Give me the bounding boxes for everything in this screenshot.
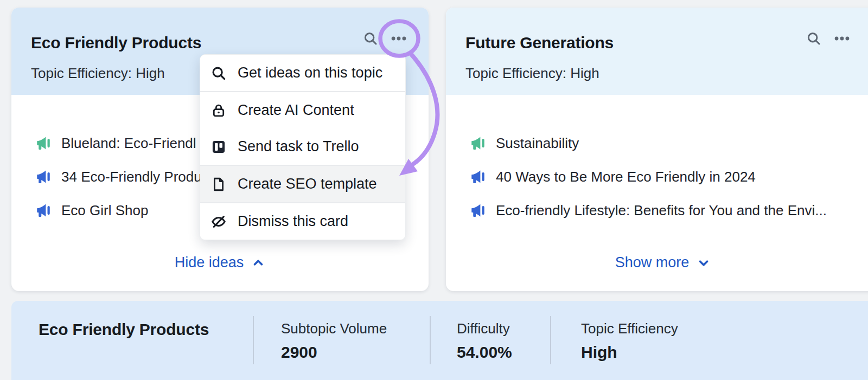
headline-list: Sustainability 40 Ways to Be More Eco Fr… xyxy=(470,126,868,227)
lock-icon xyxy=(210,103,227,118)
card-title: Eco Friendly Products xyxy=(31,33,409,53)
chevron-up-icon xyxy=(251,256,265,270)
card-actions xyxy=(803,28,853,50)
menu-item-dismiss-card[interactable]: Dismiss this card xyxy=(200,203,405,240)
card-actions-menu: Get ideas on this topic Create AI Conten… xyxy=(200,54,406,240)
footer-link-label: Show more xyxy=(615,254,690,271)
menu-item-label: Get ideas on this topic xyxy=(238,65,382,81)
headline-text: Sustainability xyxy=(496,135,579,152)
search-icon xyxy=(362,30,379,48)
card-search-button[interactable] xyxy=(360,28,381,50)
topic-efficiency-label: Topic Efficiency: High xyxy=(465,64,860,82)
card-more-options-button[interactable] xyxy=(388,28,410,50)
card-title: Future Generations xyxy=(465,33,860,53)
headline-text: Eco-friendly Lifestyle: Benefits for You… xyxy=(496,202,827,219)
list-item[interactable]: Eco-friendly Lifestyle: Benefits for You… xyxy=(470,194,868,227)
search-icon xyxy=(210,65,227,81)
footer-link-label: Hide ideas xyxy=(175,254,244,271)
ellipsis-icon xyxy=(390,29,408,49)
card-search-button[interactable] xyxy=(803,28,825,50)
headline-text: Eco Girl Shop xyxy=(61,202,148,219)
menu-item-label: Send task to Trello xyxy=(238,138,359,155)
topic-research-page: Eco Friendly Products Topic Efficiency: … xyxy=(0,0,868,380)
headline-text: Blueland: Eco-Friendl xyxy=(61,135,196,152)
stat-label: Topic Efficiency xyxy=(581,320,678,337)
stat-label: Difficulty xyxy=(457,320,581,337)
menu-item-send-to-trello[interactable]: Send task to Trello xyxy=(200,128,405,165)
divider xyxy=(430,316,431,364)
megaphone-icon xyxy=(470,169,486,185)
stat-value: High xyxy=(581,343,678,362)
stat-value: 54.00% xyxy=(457,343,581,362)
trello-icon xyxy=(210,139,227,154)
hide-ideas-link[interactable]: Hide ideas xyxy=(11,254,429,271)
divider xyxy=(253,316,254,364)
menu-item-create-ai-content[interactable]: Create AI Content xyxy=(200,92,405,128)
megaphone-icon xyxy=(35,135,52,151)
list-item[interactable]: 40 Ways to Be More Eco Friendly in 2024 xyxy=(470,160,868,194)
list-item[interactable]: Sustainability xyxy=(470,126,868,160)
menu-item-label: Dismiss this card xyxy=(238,213,348,230)
card-actions xyxy=(360,28,410,50)
menu-item-label: Create AI Content xyxy=(238,102,354,119)
divider xyxy=(550,316,551,364)
document-icon xyxy=(210,177,227,192)
menu-item-label: Create SEO template xyxy=(238,176,377,192)
ellipsis-icon xyxy=(833,29,851,49)
stat-difficulty: Difficulty 54.00% xyxy=(457,320,581,362)
megaphone-icon xyxy=(470,135,486,151)
menu-item-create-seo-template[interactable]: Create SEO template xyxy=(200,165,405,203)
menu-item-get-ideas[interactable]: Get ideas on this topic xyxy=(200,55,405,92)
megaphone-icon xyxy=(35,202,52,218)
headline-text: 34 Eco-Friendly Produ xyxy=(61,169,202,185)
summary-topic-title: Eco Friendly Products xyxy=(39,320,281,339)
megaphone-icon xyxy=(35,169,52,185)
card-header: Future Generations Topic Efficiency: Hig… xyxy=(446,8,868,95)
headline-text: 40 Ways to Be More Eco Friendly in 2024 xyxy=(496,169,756,185)
megaphone-icon xyxy=(470,202,486,218)
stat-topic-efficiency: Topic Efficiency High xyxy=(581,320,678,362)
selected-topic-summary-bar: Eco Friendly Products Subtopic Volume 29… xyxy=(11,301,868,380)
show-more-link[interactable]: Show more xyxy=(446,254,868,271)
search-icon xyxy=(806,30,822,48)
eye-off-icon xyxy=(210,214,227,230)
card-future-generations: Future Generations Topic Efficiency: Hig… xyxy=(446,8,868,291)
card-more-options-button[interactable] xyxy=(831,28,853,50)
chevron-down-icon xyxy=(697,256,711,270)
